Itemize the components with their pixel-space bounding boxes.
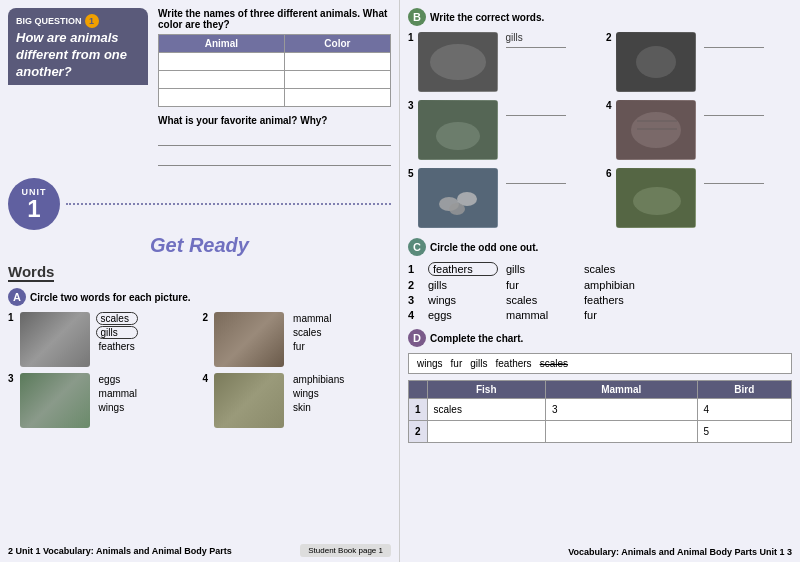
snake-image: [214, 373, 284, 428]
word-choices-4: amphibians wings skin: [290, 373, 347, 414]
page-right: B Write the correct words. 1 gills: [400, 0, 800, 562]
section-b: B Write the correct words. 1 gills: [408, 8, 792, 228]
odd-word-feathers-1: feathers: [428, 262, 498, 276]
chart-th-empty: [409, 381, 428, 399]
pictures-grid: 1 scales gills feathers 2 mammal scales …: [8, 312, 391, 428]
write-words-grid: 1 gills 2: [408, 32, 792, 228]
odd-num-2: 2: [408, 279, 420, 291]
odd-row-2: 2 gills fur amphibian: [408, 279, 792, 291]
section-a-instruction: A Circle two words for each picture.: [8, 288, 391, 306]
chart-row-num-1: 1: [409, 399, 428, 421]
color-row-1[interactable]: [284, 53, 390, 71]
svg-point-13: [449, 203, 465, 215]
odd-word-feathers-3: feathers: [584, 294, 654, 306]
word-fur-2: fur: [290, 340, 334, 353]
section-d-instruction: D Complete the chart.: [408, 329, 792, 347]
odd-num-4: 4: [408, 309, 420, 321]
animal-row-2[interactable]: [159, 71, 285, 89]
animal-row-1[interactable]: [159, 53, 285, 71]
pic-num-4: 4: [203, 373, 209, 384]
word-amphibians-4: amphibians: [290, 373, 347, 386]
picture-item-2: 2 mammal scales fur: [203, 312, 392, 367]
big-question-box: BIG QUESTION 1 How are animals different…: [8, 8, 148, 85]
odd-word-scales-1: scales: [584, 263, 654, 275]
chart-row-num-2: 2: [409, 421, 428, 443]
color-row-3[interactable]: [284, 89, 390, 107]
color-row-2[interactable]: [284, 71, 390, 89]
section-d-text: Complete the chart.: [430, 333, 523, 344]
write-image-6: [616, 168, 696, 228]
write-item-2: 2: [606, 32, 792, 92]
animal-color-table: Animal Color: [158, 34, 391, 107]
word-scales: scales: [96, 312, 138, 325]
write-num-3: 3: [408, 100, 414, 111]
section-b-instruction: B Write the correct words.: [408, 8, 792, 26]
write-item-3: 3: [408, 100, 594, 160]
chart-fish-1: scales: [427, 399, 545, 421]
write-answer-3: [506, 100, 566, 116]
word-feathers: feathers: [96, 340, 138, 353]
word-gills: gills: [96, 326, 138, 339]
chart-row-2: 2 5: [409, 421, 792, 443]
write-answer-1: gills: [506, 32, 566, 48]
chart-th-bird: Bird: [697, 381, 791, 399]
answer-line-1: [158, 130, 391, 146]
footer-right-text: Vocabulary: Animals and Animal Body Part…: [568, 547, 792, 557]
svg-point-1: [430, 44, 486, 80]
bison-image: [214, 312, 284, 367]
chart-mammal-1: 3: [545, 399, 697, 421]
write-num-4: 4: [606, 100, 612, 111]
word-choices-3: eggs mammal wings: [96, 373, 140, 414]
favorite-question: What is your favorite animal? Why?: [158, 115, 391, 126]
pic-num-3: 3: [8, 373, 14, 384]
word-choices-2: mammal scales fur: [290, 312, 334, 353]
fish-image: [20, 312, 90, 367]
section-b-text: Write the correct words.: [430, 12, 544, 23]
duck-image: [20, 373, 90, 428]
col-color: Color: [284, 35, 390, 53]
odd-word-gills-2: gills: [428, 279, 498, 291]
dotted-line: [66, 203, 391, 205]
col-animal: Animal: [159, 35, 285, 53]
footer-left-text: 2 Unit 1 Vocabulary: Animals and Animal …: [8, 546, 232, 556]
animal-row-3[interactable]: [159, 89, 285, 107]
pic-num-2: 2: [203, 312, 209, 323]
unit-badge: UNIT 1: [8, 178, 60, 230]
write-num-6: 6: [606, 168, 612, 179]
picture-item-3: 3 eggs mammal wings: [8, 373, 197, 428]
section-c-text: Circle the odd one out.: [430, 242, 538, 253]
section-a-text: Circle two words for each picture.: [30, 292, 191, 303]
write-answer-4: [704, 100, 764, 116]
write-num-2: 2: [606, 32, 612, 43]
page-footer-right: Vocabulary: Animals and Animal Body Part…: [408, 547, 792, 557]
big-question-text: How are animals different from one anoth…: [16, 30, 140, 81]
section-d: D Complete the chart. wings fur gills fe…: [408, 329, 792, 443]
svg-point-7: [631, 112, 681, 148]
write-answer-2: [704, 32, 764, 48]
word-skin-4: skin: [290, 401, 347, 414]
odd-word-wings-3: wings: [428, 294, 498, 306]
table-instruction: Write the names of three different anima…: [158, 8, 391, 30]
word-mammal-3: mammal: [96, 387, 140, 400]
section-c-instruction: C Circle the odd one out.: [408, 238, 792, 256]
section-d-label: D: [408, 329, 426, 347]
odd-word-amphibian-2: amphibian: [584, 279, 654, 291]
chart-th-mammal: Mammal: [545, 381, 697, 399]
svg-point-3: [636, 46, 676, 78]
odd-num-1: 1: [408, 263, 420, 275]
svg-point-5: [436, 122, 480, 150]
odd-word-gills-1: gills: [506, 263, 576, 275]
write-num-5: 5: [408, 168, 414, 179]
chart-table: Fish Mammal Bird 1 scales 3 4 2 5: [408, 380, 792, 443]
footer-center-text: Student Book page 1: [300, 544, 391, 557]
picture-item-1: 1 scales gills feathers: [8, 312, 197, 367]
word-wings-3: wings: [96, 401, 140, 414]
chart-mammal-2: [545, 421, 697, 443]
unit-number: 1: [27, 197, 40, 221]
write-image-3: [418, 100, 498, 160]
word-bank-gills: gills: [470, 358, 487, 369]
write-item-6: 6: [606, 168, 792, 228]
word-eggs-3: eggs: [96, 373, 140, 386]
write-item-5: 5: [408, 168, 594, 228]
answer-line-2: [158, 150, 391, 166]
